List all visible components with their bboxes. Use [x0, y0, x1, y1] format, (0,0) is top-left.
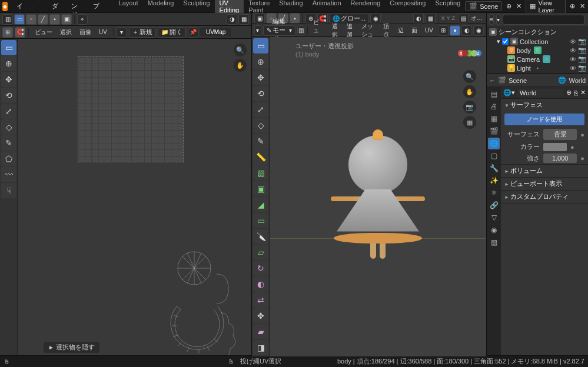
tool-cursor-icon[interactable]: ⊕ — [1, 56, 16, 71]
camera-visibility-icon[interactable]: 👁 — [569, 55, 577, 63]
vp-options[interactable]: オ… — [470, 14, 484, 22]
vtool-inset-icon[interactable]: ▣ — [253, 181, 268, 196]
world-unlink-icon[interactable]: ✕ — [580, 89, 586, 96]
mesh-object-body[interactable] — [334, 135, 422, 259]
tree-item-body[interactable]: ▽ body ▽ 👁📷 — [489, 46, 586, 55]
props-breadcrumb-scene[interactable]: Scene — [509, 77, 527, 84]
props-back-icon[interactable]: ← — [489, 77, 496, 84]
tool-annotate-icon[interactable]: ✎ — [1, 135, 16, 151]
viewlayer-delete-icon[interactable]: ✕ — [579, 2, 586, 11]
vtool-move-icon[interactable]: ✥ — [253, 70, 268, 85]
collection-render-icon[interactable]: 📷 — [578, 38, 586, 45]
uv-display-channels-icon[interactable]: ◑ — [227, 14, 237, 25]
color-node-dot-icon[interactable]: ● — [570, 144, 574, 151]
vtool-measure-icon[interactable]: 📏 — [253, 149, 268, 165]
ptab-mesh-icon[interactable]: ▽ — [488, 212, 500, 223]
scene-delete-icon[interactable]: ✕ — [516, 2, 522, 11]
surface-node-dot-icon[interactable]: ● — [580, 131, 584, 138]
tool-move-icon[interactable]: ✥ — [1, 72, 16, 87]
tool-pinch-icon[interactable]: 〰 — [1, 167, 16, 182]
image-new-button[interactable]: ＋ 新規 — [129, 27, 156, 38]
ptab-output-icon[interactable]: 🖨 — [488, 101, 500, 112]
tree-collection[interactable]: ▾ ▣ Collection 👁📷 — [489, 37, 586, 46]
outliner-type-icon[interactable]: ≡ — [489, 14, 494, 25]
uv-canvas[interactable]: 🔍 ✋ ► 選択物を隠す — [18, 39, 251, 355]
ptab-particles-icon[interactable]: ✨ — [488, 175, 500, 186]
tree-item-light[interactable]: 💡 Light • 👁📷 — [489, 64, 586, 72]
tool-rotate-icon[interactable]: ⟲ — [1, 88, 16, 103]
nav-pan-icon[interactable]: ✋ — [463, 85, 476, 98]
ptab-scene-icon[interactable]: 🎬 — [488, 125, 500, 137]
uv-overlay-toggle-icon[interactable]: ▦ — [238, 14, 249, 25]
vp-menu-vertex[interactable]: 頂点 — [380, 22, 393, 39]
vtool-polybuild-icon[interactable]: ▱ — [253, 245, 268, 260]
vtool-loopcut-icon[interactable]: ▭ — [253, 213, 268, 228]
surface-value[interactable]: 背景 — [543, 129, 577, 140]
vtool-rip-icon[interactable]: ◨ — [253, 340, 268, 355]
world-new-icon[interactable]: ⊕ — [566, 89, 572, 96]
image-browse-icon[interactable]: ▾ — [117, 27, 127, 38]
collection-visibility-icon[interactable]: 👁 — [569, 38, 577, 45]
uv-select-mode-edge-icon[interactable]: ╱ — [38, 14, 48, 25]
ptab-constraints-icon[interactable]: 🔗 — [488, 199, 500, 211]
ptab-material-icon[interactable]: ◉ — [488, 224, 500, 236]
viewlayer-selector[interactable]: ▦ View Layer — [526, 0, 566, 15]
uv-select-mode-sync-icon[interactable]: ▭ — [14, 14, 25, 25]
ptab-physics-icon[interactable]: ⚛ — [488, 187, 500, 199]
editor-type-3d-icon[interactable]: ▣ — [254, 13, 265, 24]
color-swatch[interactable] — [543, 143, 567, 151]
uv-select-mode-vertex-icon[interactable]: ▫ — [26, 14, 36, 25]
shading-wireframe-icon[interactable]: ⊞ — [438, 25, 449, 36]
tree-scene-collection[interactable]: ▣ シーンコレクション — [489, 27, 586, 37]
editor-type-uv-icon[interactable]: ▥ — [2, 14, 13, 25]
vp-select-filter-icon[interactable]: ▥ — [297, 25, 304, 36]
panel-viewport-header[interactable]: ビューポート表示 — [501, 178, 588, 190]
uv-sticky-icon[interactable]: ⌖ — [77, 14, 88, 25]
vtool-transform-icon[interactable]: ◇ — [253, 118, 268, 133]
nav-gizmo[interactable]: X Z — [458, 42, 481, 65]
uv-pivot-icon[interactable]: ⊕ — [2, 27, 13, 38]
vtool-shrink-icon[interactable]: ✥ — [253, 308, 268, 323]
outliner-search[interactable] — [503, 15, 584, 25]
ptab-viewlayer-icon[interactable]: ▦ — [488, 113, 500, 125]
viewlayer-new-icon[interactable]: ⊕ — [569, 2, 576, 11]
vtool-knife-icon[interactable]: 🔪 — [253, 229, 268, 244]
ptab-render-icon[interactable]: ▤ — [488, 88, 500, 100]
hide-selection-button[interactable]: ► 選択物を隠す — [44, 342, 99, 353]
vp-use-icon[interactable]: ▾ — [254, 25, 261, 36]
vp-overlay-toggle-icon[interactable]: ▦ — [425, 13, 436, 24]
modifier-mirror-icon[interactable]: ▽ — [534, 46, 542, 54]
blender-logo-icon[interactable]: ◆ — [2, 2, 8, 11]
strength-node-dot-icon[interactable]: ● — [580, 155, 584, 162]
uv-pan-icon[interactable]: ✋ — [234, 59, 247, 72]
nav-perspective-icon[interactable]: ▦ — [463, 116, 476, 129]
tool-transform-icon[interactable]: ◇ — [1, 119, 16, 135]
scene-new-icon[interactable]: ⊕ — [506, 2, 512, 11]
vp-menu-uv[interactable]: UV — [422, 27, 436, 34]
vtool-spin-icon[interactable]: ↻ — [253, 261, 268, 276]
props-breadcrumb-world[interactable]: World — [569, 77, 586, 84]
panel-volume-header[interactable]: ボリューム — [501, 165, 588, 177]
vtool-annotate-icon[interactable]: ✎ — [253, 134, 268, 149]
vtool-smooth-icon[interactable]: ◐ — [253, 276, 268, 292]
vp-menu-select[interactable]: 選択 — [329, 22, 342, 39]
shading-matprev-icon[interactable]: ◐ — [461, 25, 472, 36]
outliner-display-mode-icon[interactable]: ▾ — [496, 14, 500, 25]
panel-custom-header[interactable]: カスタムプロパティ — [501, 191, 588, 203]
world-name-field[interactable]: World — [517, 89, 564, 97]
uvmap-name[interactable]: UVMap — [200, 28, 231, 36]
vtool-extrude-icon[interactable]: ▧ — [253, 165, 268, 181]
use-nodes-button[interactable]: ノードを使用 — [504, 114, 584, 125]
ptab-modifier-icon[interactable]: 🔧 — [488, 162, 500, 174]
vtool-edgeslide-icon[interactable]: ⇄ — [253, 292, 268, 308]
shading-rendered-icon[interactable]: ◉ — [473, 25, 484, 36]
uv-zoom-icon[interactable]: 🔍 — [234, 44, 247, 56]
world-browse-icon[interactable]: 🌐▾ — [503, 89, 515, 96]
uv-menu-image[interactable]: 画像 — [77, 28, 94, 36]
tree-item-camera[interactable]: 📷 Camera ▫ 👁📷 — [489, 55, 586, 64]
uv-snap-icon[interactable]: 🧲 — [15, 27, 25, 38]
image-pin-icon[interactable]: 📌 — [188, 27, 198, 38]
vp-menu-edge[interactable]: 辺 — [395, 26, 407, 35]
uv-select-mode-face-icon[interactable]: ▪ — [49, 14, 60, 25]
strength-value[interactable]: 1.000 — [543, 154, 577, 163]
